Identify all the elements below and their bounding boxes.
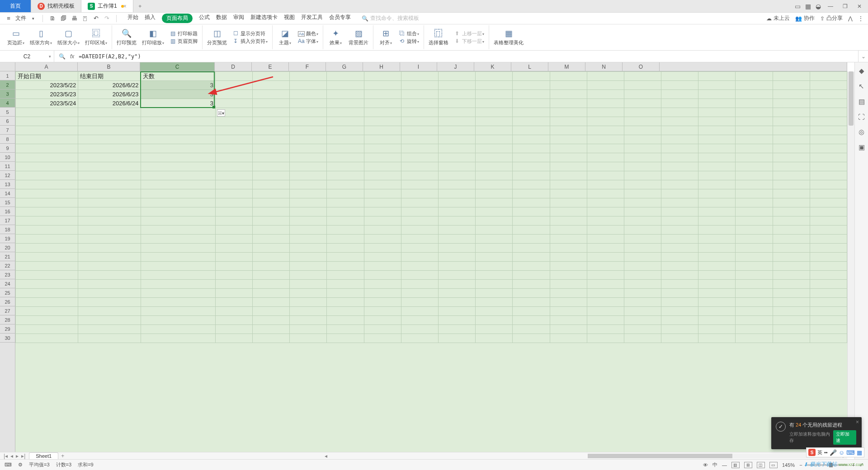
file-menu[interactable]: 文件 [15, 14, 26, 22]
ribbon-button[interactable]: ☐显示分页符 [232, 30, 268, 37]
open-icon[interactable]: 🗐 [59, 15, 67, 22]
group-arrange: ⊞对齐▾⿻组合▾⟲旋转▾ [373, 25, 424, 49]
qat-right: ☁未上云 👥协作 ⇪凸分享 ⋀ ⋮ [766, 14, 863, 22]
separator [42, 15, 43, 22]
print-preview-icon[interactable]: ⍞ [81, 15, 89, 22]
group-theme: ◪主题▾Aa颜色▾Aa字体▾ [273, 25, 323, 49]
group-print: 🔍打印预览◧打印缩放▾▤打印标题▥页眉页脚 [112, 25, 203, 49]
cloud-status[interactable]: ☁未上云 [766, 14, 790, 22]
ribbon-button[interactable]: ▤打印标题 [170, 30, 198, 37]
menu-view[interactable]: 视图 [284, 14, 295, 23]
ribbon-button[interactable]: ✦效果▾ [326, 28, 345, 46]
share-button[interactable]: ⇪凸分享 [820, 14, 843, 22]
minimize-button[interactable]: — [826, 3, 835, 9]
print-icon[interactable]: 🖶 [70, 15, 78, 22]
ribbon-button[interactable]: ↧插入分页符▾ [232, 38, 268, 45]
menu-formula[interactable]: 公式 [199, 14, 210, 23]
ribbon-button[interactable]: 🔍打印预览 [115, 28, 138, 46]
menu-data[interactable]: 数据 [216, 14, 227, 23]
cloud-icon: ☁ [766, 15, 772, 22]
group-effects: ✦效果▾▨背景图片 [323, 25, 373, 49]
ribbon-button[interactable]: ⿵选择窗格 [427, 29, 450, 46]
ribbon-button[interactable]: ▨背景图片 [347, 28, 370, 46]
separator [116, 15, 117, 22]
tab-templates[interactable]: D 找稻壳模板 [31, 0, 81, 12]
ribbon-button[interactable]: ▢纸张大小▾ [56, 28, 81, 46]
sheet-badge-icon: S [88, 3, 95, 10]
ribbon-button[interactable]: ⊞对齐▾ [376, 28, 395, 46]
menu-vip[interactable]: 会员专享 [329, 14, 351, 23]
menu-review[interactable]: 审阅 [233, 14, 244, 23]
ribbon-button[interactable]: ▭页边距▾ [5, 28, 26, 46]
group-pagebreak: ◫分页预览☐显示分页符↧插入分页符▾ [203, 25, 273, 49]
tab-templates-label: 找稻壳模板 [47, 2, 75, 10]
undo-icon[interactable]: ↶ [92, 15, 100, 22]
menu-pagelayout[interactable]: 页面布局 [162, 14, 193, 23]
menu-start[interactable]: 开始 [127, 14, 138, 23]
unsaved-dot-icon [121, 5, 124, 8]
ribbon-button[interactable]: ⬇下移一层▾ [454, 38, 484, 45]
tab-add-button[interactable]: + [133, 0, 147, 12]
group-page-setup: ▭页边距▾▯纸张方向▾▢纸张大小▾⿴打印区域▾ [3, 25, 112, 49]
ribbon-button[interactable]: Aa颜色▾ [298, 30, 318, 37]
quick-access-toolbar: ≡ 文件 ▾ 🗎 🗐 🖶 ⍞ ↶ ↷ 开始 插入 页面布局 公式 数据 审阅 新… [0, 13, 868, 24]
group-selection: ⿵选择窗格⬆上移一层▾⬇下移一层▾ [424, 25, 489, 49]
more-icon[interactable]: ⋮ [858, 15, 863, 22]
ribbon-button[interactable]: ▦表格整理美化 [492, 28, 525, 46]
fx-label[interactable]: fx [70, 53, 74, 60]
coop-button[interactable]: 👥协作 [795, 14, 815, 22]
coop-icon: 👥 [795, 15, 802, 22]
ribbon-button[interactable]: ⿴打印区域▾ [83, 29, 109, 46]
fx-search-icon[interactable]: 🔍 [59, 53, 66, 60]
search-icon: 🔍 [362, 15, 368, 22]
menu-newtab[interactable]: 新建选项卡 [250, 14, 278, 23]
redo-icon[interactable]: ↷ [103, 15, 111, 22]
formula-expand-button[interactable]: ⌄ [858, 51, 868, 62]
command-search[interactable]: 🔍 查找命令、搜索模板 [362, 14, 419, 22]
hamburger-icon[interactable]: ≡ [5, 15, 13, 22]
share-icon: ⇪ [820, 15, 825, 22]
ribbon-button[interactable]: ⟲旋转▾ [399, 38, 419, 45]
ribbon-button[interactable]: ◫分页预览 [205, 28, 229, 46]
new-icon[interactable]: 🗎 [48, 15, 57, 22]
ribbon-button[interactable]: ▥页眉页脚 [170, 38, 198, 45]
ribbon-tabs: 开始 插入 页面布局 公式 数据 审阅 新建选项卡 视图 开发工具 会员专享 [127, 14, 351, 23]
ribbon-button[interactable]: ⿻组合▾ [399, 30, 419, 37]
ribbon-button[interactable]: ◪主题▾ [275, 28, 294, 46]
window-controls: ▭ ▦ ◒ — ❐ ✕ [795, 0, 868, 12]
formula-bar: C2 🔍 fx =DATEDIF(A2,B2,"y") ⌄ [0, 51, 868, 62]
search-placeholder: 查找命令、搜索模板 [370, 14, 419, 22]
name-box[interactable]: C2 [0, 51, 54, 62]
template-badge-icon: D [38, 3, 45, 10]
close-window-button[interactable]: ✕ [854, 3, 864, 9]
titlebar: 首页 D 找稻壳模板 S 工作簿1 × + ▭ ▦ ◒ — ❐ ✕ [0, 0, 868, 13]
group-tabletools: ▦表格整理美化 [489, 25, 528, 49]
ribbon-button[interactable]: ▯纸张方向▾ [28, 28, 54, 46]
tab-workbook-label: 工作簿1 [98, 2, 117, 10]
formula-input[interactable]: =DATEDIF(A2,B2,"y") [79, 53, 854, 60]
ribbon-button[interactable]: ◧打印缩放▾ [140, 28, 166, 46]
ribbon: ▭页边距▾▯纸张方向▾▢纸张大小▾⿴打印区域▾ 🔍打印预览◧打印缩放▾▤打印标题… [0, 24, 868, 51]
grid-icon[interactable]: ▦ [805, 3, 811, 10]
tab-home[interactable]: 首页 [0, 0, 31, 12]
tab-close-button[interactable]: × [123, 3, 127, 9]
restore-button[interactable]: ❐ [840, 3, 850, 9]
menu-insert[interactable]: 插入 [145, 14, 156, 23]
caret-icon[interactable]: ⋀ [848, 15, 853, 22]
menu-devtools[interactable]: 开发工具 [301, 14, 323, 23]
layout-icon[interactable]: ▭ [795, 3, 801, 10]
tab-workbook[interactable]: S 工作簿1 × [81, 0, 133, 12]
file-dropdown-icon[interactable]: ▾ [29, 16, 37, 21]
avatar-icon[interactable]: ◒ [816, 3, 821, 10]
ribbon-button[interactable]: Aa字体▾ [298, 38, 318, 45]
ribbon-button[interactable]: ⬆上移一层▾ [454, 30, 484, 37]
